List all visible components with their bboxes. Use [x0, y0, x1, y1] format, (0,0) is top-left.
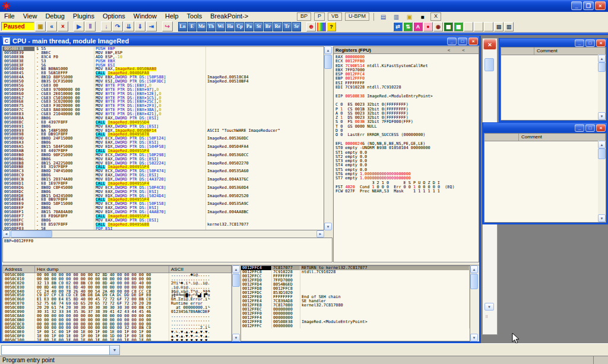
disasm-row[interactable]: 00508E7C. C683 8A030000 00MOV BYTE PTR D… [3, 108, 324, 112]
scroll-up-icon[interactable]: ▲ [324, 46, 332, 54]
panel-button-me[interactable]: Me [197, 22, 206, 31]
stack-row[interactable]: 0012FFE87C817080kernel32.7C817080 [241, 303, 470, 308]
dump-row[interactable]: 0050C01000 00 00 00 00 00 00 00 00 00 00… [3, 277, 232, 281]
vscrollbar[interactable]: ▲ ▼ [598, 55, 606, 120]
swap-panes-icon[interactable]: ⇄ [393, 22, 403, 31]
scroll-down-icon[interactable]: ▼ [232, 334, 240, 341]
scroll-left-icon[interactable]: ◄ [2, 230, 10, 238]
panel-button-ha[interactable]: Ha [226, 22, 235, 31]
dump-row[interactable]: 0050C02032 13 8B C0 02 00 8B C0 00 8D 40… [3, 281, 232, 286]
stack-vscrollbar[interactable]: ▲ ▼ [470, 265, 479, 341]
animate-into-button[interactable]: ⇊ [124, 21, 134, 31]
disasm-row[interactable]: 00508EA3. 8B06MOV EAX,DWORD PTR DS:[ESI] [3, 141, 324, 145]
close-button[interactable]: × [596, 39, 606, 47]
dump-row[interactable]: 0050C1001F 00 1F 00 1F 00 1F 00 1F 00 1F… [3, 338, 232, 341]
comment-window-bottom-titlebar[interactable]: _ □ × [483, 123, 607, 132]
disasm-row[interactable]: 00508E93. BA 14BF5000MOV EDX,ImageRed.00… [3, 129, 324, 133]
maximize-button[interactable]: □ [585, 39, 595, 47]
pause-button[interactable]: ‖ [85, 21, 96, 31]
menubar-button-bp[interactable]: BP [297, 12, 311, 21]
disasm-row[interactable]: 00508EF1. 8B15 70A84A00MOV EDX,DWORD PTR… [3, 210, 324, 214]
dump-row[interactable]: 0050C08020 20 61 74 20 30 30 30 30 30 30… [3, 306, 232, 310]
stack-row[interactable]: 0012FFF400000000 [241, 316, 470, 320]
record-icon[interactable]: ● [423, 22, 433, 31]
menu-plugins[interactable]: Plugins [69, 12, 99, 21]
background-scroll-down-icon[interactable]: ▼ [484, 303, 494, 311]
panel-button-ln[interactable]: Ln [178, 22, 187, 31]
disasm-row[interactable]: 00508E6E. C683 5C020000 00MOV BYTE PTR D… [3, 100, 324, 104]
disasm-row[interactable]: 00508EDC. 8B06MOV EAX,DWORD PTR DS:[ESI] [3, 190, 324, 194]
goto-button[interactable]: ↪ [162, 21, 173, 31]
open-folder-icon[interactable]: ▣ [404, 12, 414, 21]
console-icon[interactable]: ■ [417, 12, 428, 21]
disasm-row[interactable]: 00508EDE. 8B15 D4245000MOV EDX,DWORD PTR… [3, 194, 324, 198]
panel-button-re[interactable]: Re [273, 22, 282, 31]
panel-button-pa[interactable]: Pa [245, 22, 254, 31]
dump-row[interactable]: 0050C09030 31 32 33 34 35 36 37 38 39 41… [3, 310, 232, 314]
disasm-row[interactable]: 00508EF7. E8 F896F8FFCALL ImageRed.00495… [3, 214, 324, 219]
disasm-row[interactable]: 00508EC3. 8B0D 74F45000MOV ECX,DWORD PTR… [3, 169, 324, 173]
panel-button-e[interactable]: E [188, 22, 197, 31]
keypad-icon[interactable]: ▦ [444, 22, 453, 31]
vscrollbar[interactable]: ▲ ▼ [598, 141, 606, 222]
scroll-down-icon[interactable]: ▼ [598, 112, 606, 120]
resize-grip[interactable]: ⠿ [485, 315, 493, 322]
scroll-up-icon[interactable]: ▲ [598, 55, 606, 62]
cpu-title-bar[interactable]: C CPU - main thread, module ImageRed _ □… [2, 36, 479, 46]
stack-row[interactable]: 0012FFF800508E38ImageRed.<ModuleEntryPoi… [241, 320, 470, 324]
minimize-button[interactable]: _ [575, 39, 584, 47]
disasm-row[interactable]: 00508E9D. 8B0D 24F15000MOV ECX,DWORD PTR… [3, 137, 324, 141]
scroll-down-icon[interactable]: ▼ [470, 334, 478, 341]
disasm-row[interactable]: 00508EAB. E8 4497F8FFCALL ImageRed.00495… [3, 149, 324, 153]
background-scrollbar-thumb[interactable] [484, 58, 494, 71]
menubar-button-u-bpm[interactable]: U-BPM [345, 12, 369, 21]
dump-row[interactable]: 0050C00000 00 00 00 00 00 00 00 02 8D 40… [3, 273, 232, 277]
updown-icon[interactable]: ⇅ [403, 22, 413, 31]
options-gear-icon[interactable]: ⊛ [306, 22, 316, 31]
disasm-row[interactable]: 00508E8C. E8 4397F8FFCALL ImageRed.00495… [3, 121, 324, 125]
close-program-button[interactable]: × [58, 21, 68, 31]
register-line[interactable]: EIP 00508E38 ImageRed.<ModuleEntryPoint> [335, 94, 479, 99]
assemble-icon[interactable]: A [413, 22, 423, 31]
restore-button[interactable]: ❐ [583, 1, 594, 10]
scroll-down-icon[interactable]: ▼ [598, 214, 606, 222]
stack-row[interactable]: 0012FFC47C817077RETURN to kernel32.7C817… [241, 266, 470, 270]
scroll-up-icon[interactable]: ▲ [598, 141, 606, 148]
disasm-row[interactable]: 00508E83. C683 21040000 00MOV BYTE PTR D… [3, 112, 324, 116]
dump-pane[interactable]: Address Hex dump ASCII 0050C00000 00 00 … [2, 265, 232, 341]
disasm-row[interactable]: 00508E56. C603 00MOV BYTE PTR DS:[EBX],0 [3, 84, 324, 88]
disasm-row[interactable]: 00508EA5. 8B15 584F5000MOV EDX,DWORD PTR… [3, 145, 324, 149]
cpu-minimize-button[interactable]: _ [447, 37, 457, 45]
step-into-button[interactable]: ↓ [101, 21, 112, 31]
stack-row[interactable]: 0012FFDC853D1020 [241, 291, 470, 295]
notes-icon[interactable]: ▥ [391, 12, 401, 21]
disasm-row[interactable]: 00508E60. C683 2E010000 00MOV BYTE PTR D… [3, 92, 324, 96]
stack-row[interactable]: 0012FFE47C839AD8SE handler [241, 299, 470, 303]
menubar-button-vb[interactable]: VB [328, 12, 342, 21]
dump-row[interactable]: 0050C0B000 00 00 00 00 00 00 00 00 00 00… [3, 318, 232, 322]
scroll-thumb[interactable] [598, 148, 606, 159]
disasm-row[interactable]: 00508E3F. 56PUSH ESI [3, 64, 324, 68]
minimize-button[interactable]: _ [575, 124, 584, 132]
scroll-right-icon[interactable]: ► [316, 230, 324, 238]
open-file-button[interactable]: ▣ [35, 21, 46, 31]
menu-window[interactable]: Window [129, 12, 161, 21]
disasm-row[interactable]: 00508E59. C683 97000000 00MOV BYTE PTR D… [3, 88, 324, 92]
disasm-row[interactable]: 00508E91. 8B06MOV EAX,DWORD PTR DS:[ESI] [3, 125, 324, 129]
combobox-dropdown-icon[interactable]: ▼ [109, 346, 119, 354]
blank-button[interactable] [464, 22, 473, 31]
disassembly-hscrollbar[interactable]: ◄ ► [2, 230, 324, 238]
disasm-row[interactable]: 00508E4A. 8B1D 88F55000MOV EBX,DWORD PTR… [3, 75, 324, 80]
menu-options[interactable]: Options [99, 12, 129, 21]
menu-view[interactable]: View [19, 12, 42, 21]
cpu-close-button[interactable]: × [468, 37, 478, 45]
stack-row[interactable]: 0012FFEC00000000 [241, 308, 470, 312]
until-return-button[interactable]: ⇥ [146, 21, 157, 31]
command-input[interactable] [2, 346, 109, 354]
step-over-button[interactable]: ↷ [112, 21, 123, 31]
stack-row[interactable]: 0012FFD80012FFC8 [241, 287, 470, 291]
dump-row[interactable]: 0050C060E1 E3 00 E4 E5 8D 40 00 45 72 72… [3, 297, 232, 302]
scroll-thumb[interactable] [470, 274, 478, 289]
panel-button-br[interactable]: Br [264, 22, 273, 31]
stack-row[interactable]: 0012FFF000000000 [241, 312, 470, 316]
